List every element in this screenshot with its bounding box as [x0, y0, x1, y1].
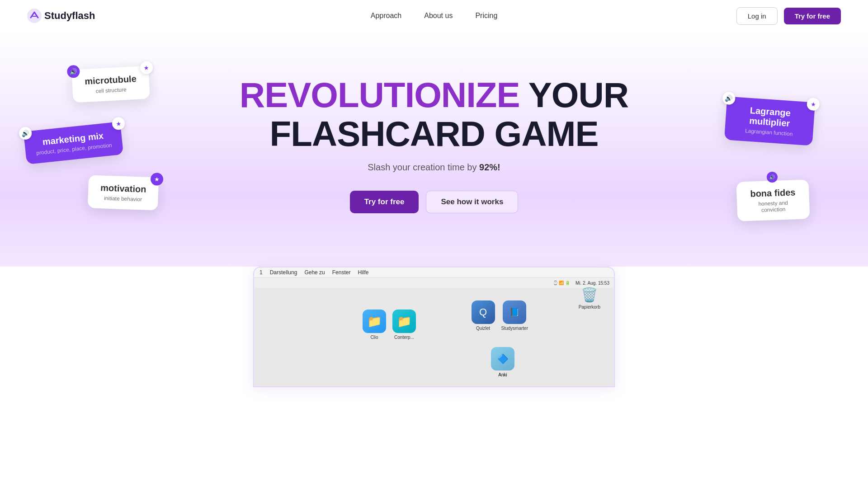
screenshot-section: 1 Darstellung Gehe zu Fenster Hilfe ⌚ 📶 …	[0, 267, 868, 387]
system-timestamp: Mi. 2. Aug. 15:53	[576, 281, 609, 286]
star-icon-microtubule: ★	[140, 61, 153, 74]
sound-icon-lagrange: 🔊	[722, 92, 736, 105]
hero-title-highlight: REVOLUTIONIZE	[240, 75, 520, 115]
menu-darstellung[interactable]: Darstellung	[270, 269, 297, 276]
hero-subtitle-percent: 92%!	[479, 162, 500, 172]
browser-menu-bar: 1 Darstellung Gehe zu Fenster Hilfe	[254, 267, 614, 278]
nav-pricing[interactable]: Pricing	[475, 12, 497, 19]
menu-gehe-zu[interactable]: Gehe zu	[304, 269, 325, 276]
flashcard-motivation: ★ motivation initiate behavior	[88, 175, 159, 210]
logo[interactable]: Studyflash	[27, 9, 95, 23]
menu-num: 1	[259, 269, 263, 276]
system-bar-icons: ⌚ 📶 🔋	[553, 281, 570, 285]
menu-fenster[interactable]: Fenster	[332, 269, 351, 276]
nav-links: Approach About us Pricing	[371, 12, 498, 20]
nav-about[interactable]: About us	[424, 12, 453, 19]
see-how-it-works-button[interactable]: See how it works	[426, 191, 518, 213]
flashcard-microtubule: 🔊 ★ microtubule cell structure	[71, 66, 150, 103]
app-anki: 🔷 Anki	[491, 347, 514, 377]
folder-icon-blue: 📁	[363, 310, 386, 333]
card-term-microtubule: microtubule	[81, 74, 140, 87]
studysmarter-icon: 📘	[503, 300, 526, 324]
app-studysmarter: 📘 Studysmarter	[501, 300, 528, 331]
hero-title-line2: FLASHCARD GAME	[270, 114, 599, 154]
nav-actions: Log in Try for free	[736, 7, 841, 25]
card-term-bona: bona fides	[745, 187, 800, 199]
card-def-bona: honesty and conviction	[746, 199, 801, 214]
desktop-icons-left: 📁 Clio 📁 Conterp...	[304, 296, 416, 340]
app-quizlet: Q Quizlet	[472, 300, 495, 331]
folder-clio-label: Clio	[370, 335, 378, 340]
star-icon-lagrange: ★	[807, 98, 820, 111]
nav-approach[interactable]: Approach	[371, 12, 402, 19]
menu-hilfe[interactable]: Hilfe	[358, 269, 368, 276]
navbar: Studyflash Approach About us Pricing Log…	[0, 0, 868, 32]
sound-icon-microtubule: 🔊	[67, 65, 80, 78]
folder-conterp: 📁 Conterp...	[392, 310, 416, 340]
sound-icon-bona: 🔊	[767, 172, 778, 183]
folder-clio: 📁 Clio	[363, 310, 386, 340]
quizlet-icon: Q	[472, 300, 495, 324]
hero-buttons: Try for free See how it works	[350, 191, 519, 213]
star-icon-motivation: ★	[151, 173, 164, 186]
card-def-motivation: initiate behavior	[97, 195, 149, 203]
desktop-icons-right: Q Quizlet 📘 Studysmarter	[472, 300, 528, 331]
logo-text: Studyflash	[44, 10, 95, 22]
quizlet-label: Quizlet	[476, 326, 490, 331]
hero-subtitle: Slash your creation time by 92%!	[368, 162, 500, 173]
browser-content: ⌚ 📶 🔋 Mi. 2. Aug. 15:53 📁 Clio 📁 Conterp…	[254, 278, 614, 386]
trash-icon: 🗑️ Papierkorb	[579, 287, 600, 310]
hero-title: REVOLUTIONIZE YOUR FLASHCARD GAME	[240, 76, 628, 154]
flashcard-bona: bona fides honesty and conviction	[736, 179, 810, 221]
flashcard-marketing: 🔊 ★ marketing mix product, price, place,…	[24, 122, 123, 164]
login-button[interactable]: Log in	[736, 7, 778, 25]
card-def-microtubule: cell structure	[81, 86, 141, 95]
hero-subtitle-pre: Slash your creation time by	[368, 162, 479, 172]
card-term-lagrange: Lagrange multiplier	[734, 104, 806, 130]
browser-window: 1 Darstellung Gehe zu Fenster Hilfe ⌚ 📶 …	[253, 267, 615, 387]
hero-section: 🔊 ★ microtubule cell structure 🔊 ★ marke…	[0, 32, 868, 267]
star-icon-marketing: ★	[112, 117, 126, 131]
folder-icon-teal: 📁	[392, 310, 416, 333]
hero-title-rest: YOUR	[520, 75, 629, 115]
anki-icon: 🔷	[491, 347, 514, 371]
studysmarter-label: Studysmarter	[501, 326, 528, 331]
trash-img: 🗑️	[581, 287, 598, 303]
flashcard-lagrange: 🔊 ★ Lagrange multiplier Lagrangian funct…	[724, 96, 815, 145]
sound-icon-marketing: 🔊	[19, 127, 33, 141]
try-free-button-hero[interactable]: Try for free	[350, 191, 419, 213]
folder-conterp-label: Conterp...	[394, 335, 414, 340]
card-term-motivation: motivation	[97, 183, 150, 195]
system-bar: ⌚ 📶 🔋 Mi. 2. Aug. 15:53	[254, 278, 614, 288]
anki-label: Anki	[498, 372, 507, 377]
try-free-button-nav[interactable]: Try for free	[784, 8, 841, 24]
trash-label: Papierkorb	[579, 305, 600, 310]
